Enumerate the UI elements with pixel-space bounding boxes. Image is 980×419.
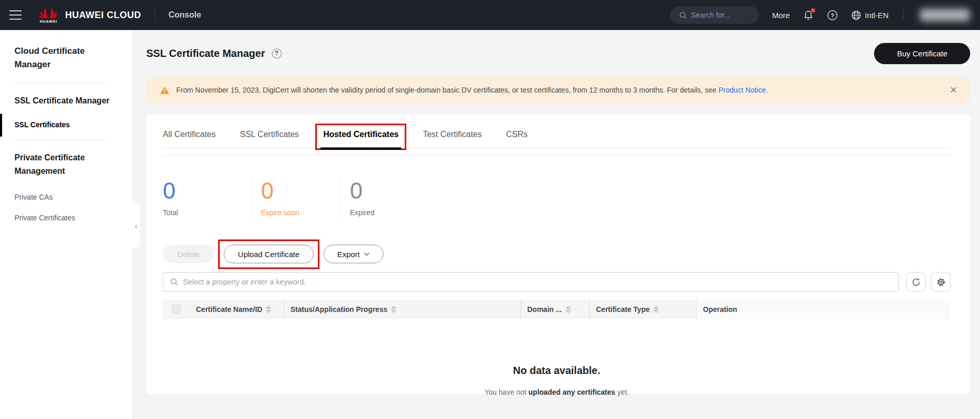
refresh-icon — [911, 277, 921, 287]
empty-state-title: No data available. — [163, 365, 951, 377]
hamburger-menu-icon[interactable] — [9, 10, 22, 20]
main-content: SSL Certificate Manager ? Buy Certificat… — [132, 30, 980, 419]
chevron-left-icon: ‹ — [135, 221, 137, 230]
sidebar-divider — [14, 140, 106, 140]
banner-text: From November 15, 2023, DigiCert will sh… — [176, 86, 768, 94]
global-search-placeholder: Search for... — [691, 11, 730, 19]
tab-test-certificates[interactable]: Test Certificates — [423, 130, 482, 139]
empty-state-subtitle: You have not uploaded any certificates y… — [163, 388, 951, 396]
chevron-down-icon — [364, 252, 370, 256]
certificate-stats: 0 Total 0 Expire soon 0 Expired — [163, 178, 951, 217]
column-status: Status/Application Progress — [284, 300, 520, 319]
search-row — [163, 272, 951, 292]
help-icon[interactable]: ? — [827, 10, 838, 21]
refresh-button[interactable] — [906, 272, 926, 292]
stat-total: 0 Total — [163, 178, 252, 217]
page-help-icon[interactable]: ? — [272, 49, 282, 58]
huawei-logo-icon — [39, 7, 58, 19]
sidebar-collapse-button[interactable]: ‹ — [132, 203, 140, 248]
huawei-logo[interactable]: HUAWEI — [39, 7, 58, 23]
huawei-logo-caption: HUAWEI — [40, 20, 57, 23]
tab-all-certificates[interactable]: All Certificates — [163, 130, 216, 139]
svg-text:?: ? — [831, 12, 834, 18]
table-toolbar: Delete Upload Certificate Export — [163, 245, 951, 263]
sidebar: Cloud Certificate Manager SSL Certificat… — [0, 30, 132, 419]
more-menu[interactable]: More — [772, 11, 790, 20]
certificate-tabs: All Certificates SSL Certificates Hosted… — [163, 130, 951, 148]
warning-icon — [160, 86, 170, 95]
sort-icon[interactable] — [654, 306, 659, 313]
empty-state: No data available. You have not uploaded… — [163, 365, 951, 396]
globe-icon — [851, 10, 861, 20]
stat-total-label: Total — [163, 208, 251, 217]
sidebar-item-ssl-certificates[interactable]: SSL Certificates — [14, 121, 132, 129]
table-search — [163, 272, 899, 292]
sidebar-title: Cloud Certificate Manager — [14, 44, 110, 72]
sidebar-divider — [14, 83, 106, 83]
upload-annotation-wrap: Upload Certificate — [224, 245, 313, 263]
column-operation: Operation — [696, 300, 951, 319]
gear-icon — [936, 277, 946, 287]
select-all-checkbox[interactable] — [172, 305, 181, 314]
table-header: Certificate Name/ID Status/Application P… — [163, 300, 951, 319]
banner-close-icon[interactable]: × — [950, 84, 957, 96]
column-domain: Domain ... — [520, 300, 589, 319]
certificates-card: All Certificates SSL Certificates Hosted… — [146, 114, 970, 394]
search-icon — [170, 278, 178, 286]
sidebar-item-private-certificates[interactable]: Private Certificates — [14, 214, 132, 222]
settings-button[interactable] — [931, 272, 951, 292]
page-title: SSL Certificate Manager — [146, 48, 265, 59]
sort-icon[interactable] — [266, 306, 271, 313]
stat-expire-soon-label: Expire soon — [261, 208, 340, 217]
stat-expire-soon-value: 0 — [261, 179, 340, 202]
tab-ssl-certificates[interactable]: SSL Certificates — [240, 130, 299, 139]
buy-certificate-button[interactable]: Buy Certificate — [874, 43, 970, 64]
sort-icon[interactable] — [566, 306, 571, 313]
account-name-blurred[interactable] — [920, 9, 970, 21]
search-icon — [679, 11, 687, 19]
dashed-divider — [163, 155, 951, 156]
language-selector[interactable]: Intl-EN — [851, 10, 889, 20]
navbar-divider — [903, 9, 904, 21]
sidebar-item-private-cas[interactable]: Private CAs — [14, 193, 132, 201]
console-link[interactable]: Console — [169, 10, 201, 20]
notice-banner: From November 15, 2023, DigiCert will sh… — [146, 77, 970, 103]
top-navbar: HUAWEI HUAWEI CLOUD Console Search for..… — [0, 0, 980, 30]
tab-hosted-certificates[interactable]: Hosted Certificates — [323, 130, 399, 139]
product-notice-link[interactable]: Product Notice. — [718, 86, 768, 94]
stat-expired-label: Expired — [350, 208, 430, 217]
global-search-input[interactable]: Search for... — [670, 6, 759, 24]
tab-csrs[interactable]: CSRs — [506, 130, 528, 139]
stat-expired: 0 Expired — [341, 178, 430, 217]
sidebar-heading-ssl-certificate-manager[interactable]: SSL Certificate Manager — [14, 94, 110, 108]
export-button[interactable]: Export — [324, 245, 384, 263]
navbar-divider — [155, 9, 155, 21]
sidebar-heading-private-certificate-management[interactable]: Private Certificate Management — [14, 151, 110, 177]
column-certificate-type: Certificate Type — [589, 300, 696, 319]
delete-button[interactable]: Delete — [163, 245, 214, 263]
brand-title: HUAWEI CLOUD — [65, 10, 141, 21]
notification-badge — [811, 8, 815, 12]
stat-expired-value: 0 — [350, 179, 430, 202]
sort-icon[interactable] — [391, 306, 396, 313]
stat-expire-soon: 0 Expire soon — [252, 178, 341, 217]
upload-certificate-button[interactable]: Upload Certificate — [224, 245, 313, 263]
notification-bell-icon[interactable] — [803, 10, 814, 21]
language-label: Intl-EN — [865, 11, 889, 20]
column-certificate-name: Certificate Name/ID — [190, 300, 284, 319]
stat-total-value: 0 — [163, 179, 251, 202]
search-input[interactable] — [183, 278, 892, 286]
